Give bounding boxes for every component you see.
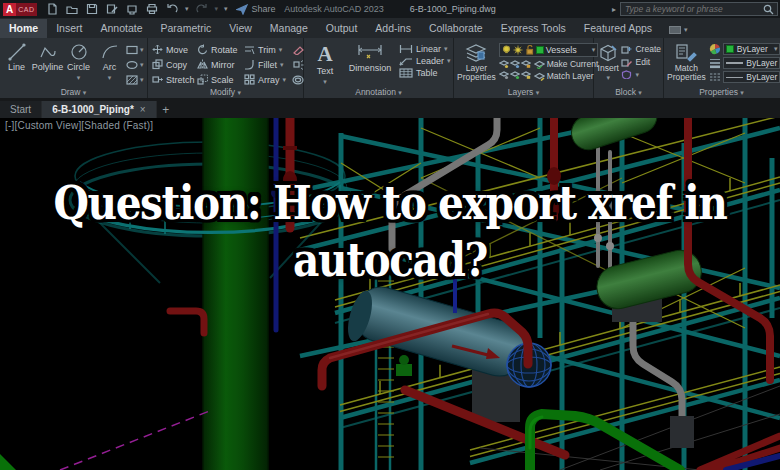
circle-dropdown-icon: ▾ — [77, 74, 81, 82]
drawing-viewport[interactable]: [-][Custom View][Shaded (Fast)] — [0, 118, 780, 470]
start-tab[interactable]: Start — [0, 101, 42, 118]
open-file-button[interactable] — [65, 2, 79, 16]
search-input[interactable] — [621, 4, 763, 14]
panel-annotation: A Text ▾ Dimension Linear▾ Leader▾ Table… — [304, 38, 454, 98]
linetype-row: ByLayer — [709, 71, 780, 83]
edit-block-button[interactable]: Edit — [621, 57, 661, 67]
layer-unlock-all-icon[interactable] — [510, 70, 520, 80]
explode-tool[interactable] — [292, 59, 304, 71]
match-properties-icon — [675, 43, 697, 63]
ribbon-display-toggle[interactable]: ▾ — [669, 26, 688, 38]
mirror-tool[interactable]: Mirror — [197, 57, 243, 72]
edit-block-icon — [621, 58, 632, 67]
modify-extra-tools — [292, 40, 304, 86]
layer-merge-icon[interactable] — [521, 70, 531, 80]
layer-lock-icon[interactable] — [521, 59, 531, 69]
offset-icon — [292, 75, 304, 85]
layer-properties-button[interactable]: Layer Properties — [457, 40, 496, 86]
undo-dropdown-icon[interactable]: ▾ — [185, 5, 189, 13]
close-tab-icon[interactable]: × — [140, 104, 146, 115]
tab-express-tools[interactable]: Express Tools — [492, 19, 575, 38]
block-attributes-button[interactable]: ▾ — [621, 70, 661, 79]
object-color-row: ByLayer▾ — [709, 43, 780, 55]
line-tool[interactable]: Line — [2, 40, 31, 86]
insert-block-icon — [598, 43, 618, 63]
match-layer-button[interactable]: Match Layer — [534, 71, 599, 81]
polyline-tool[interactable]: Polyline — [33, 40, 62, 86]
dimension-tool[interactable]: Dimension — [345, 40, 395, 86]
tab-manage[interactable]: Manage — [261, 19, 317, 38]
tab-view[interactable]: View — [220, 19, 261, 38]
text-tool[interactable]: A Text ▾ — [309, 40, 341, 86]
search-expand-icon[interactable]: ▸ — [612, 5, 616, 14]
redo-dropdown-icon[interactable]: ▾ — [215, 5, 219, 13]
trim-tool[interactable]: Trim▾ — [244, 42, 290, 57]
copy-tool[interactable]: Copy — [152, 57, 196, 72]
new-file-button[interactable] — [45, 2, 59, 16]
table-tool[interactable]: Table — [399, 68, 451, 78]
leader-tool[interactable]: Leader▾ — [399, 56, 451, 66]
hatch-tool[interactable]: ▾ — [126, 74, 144, 86]
search-icon[interactable] — [763, 4, 774, 15]
linear-tool[interactable]: Linear▾ — [399, 44, 451, 54]
product-name: Autodesk AutoCAD 2023 — [284, 4, 384, 14]
qat-customize-icon[interactable]: ▾ — [224, 5, 228, 13]
arc-tool[interactable]: Arc ▾ — [95, 40, 124, 86]
stretch-tool[interactable]: Stretch — [152, 72, 196, 87]
search-box[interactable] — [620, 2, 778, 16]
match-properties-button[interactable]: Match Properties — [667, 40, 706, 86]
tab-collaborate[interactable]: Collaborate — [420, 19, 492, 38]
drawing-tab[interactable]: 6-B-1000_Piping*× — [42, 101, 157, 118]
annotation-panel-title[interactable]: Annotation ▾ — [304, 87, 453, 98]
create-block-button[interactable]: Create — [621, 44, 661, 54]
fillet-tool[interactable]: Fillet▾ — [244, 57, 290, 72]
ellipse-icon — [126, 60, 138, 70]
properties-panel-title[interactable]: Properties ▾ — [664, 87, 779, 98]
stretch-icon — [152, 74, 163, 85]
tab-insert[interactable]: Insert — [47, 19, 91, 38]
block-panel-title[interactable]: Block ▾ — [594, 87, 663, 98]
layers-panel-title[interactable]: Layers ▾ — [454, 87, 593, 98]
plot-button[interactable] — [125, 2, 139, 16]
layer-freeze-icon[interactable] — [510, 59, 520, 69]
layer-iso-icon[interactable] — [499, 59, 509, 69]
layer-off-icon[interactable] — [499, 70, 509, 80]
tab-home[interactable]: Home — [0, 19, 47, 38]
rectangle-tool[interactable]: ▾ — [126, 44, 144, 56]
save-as-button[interactable] — [105, 2, 119, 16]
share-button[interactable]: Share — [236, 4, 276, 15]
lineweight-dropdown[interactable]: ByLayer — [723, 57, 780, 69]
tab-parametric[interactable]: Parametric — [152, 19, 221, 38]
array-tool[interactable]: Array▾ — [244, 72, 290, 87]
mirror-icon — [197, 59, 208, 70]
undo-button[interactable] — [165, 2, 179, 16]
circle-tool[interactable]: Circle ▾ — [64, 40, 93, 86]
viewport-controls[interactable]: [-][Custom View][Shaded (Fast)] — [5, 120, 153, 131]
ellipse-tool[interactable]: ▾ — [126, 59, 144, 71]
make-current-button[interactable]: Make Current — [534, 59, 599, 69]
offset-tool[interactable] — [292, 74, 304, 86]
annotation-list: Linear▾ Leader▾ Table — [399, 40, 451, 86]
insert-block-button[interactable]: Insert ▾ — [597, 40, 619, 86]
save-button[interactable] — [85, 2, 99, 16]
tab-annotate[interactable]: Annotate — [91, 19, 151, 38]
layer-dropdown[interactable]: Vessels ▾ — [499, 43, 599, 57]
erase-tool[interactable] — [292, 44, 304, 56]
rotate-tool[interactable]: Rotate — [197, 42, 243, 57]
modify-panel-title[interactable]: Modify ▾ — [148, 87, 303, 98]
tab-output[interactable]: Output — [317, 19, 367, 38]
color-dropdown[interactable]: ByLayer▾ — [723, 43, 780, 55]
move-tool[interactable]: Move — [152, 42, 196, 57]
print-button[interactable] — [145, 2, 159, 16]
tab-add-ins[interactable]: Add-ins — [366, 19, 420, 38]
new-drawing-tab-button[interactable]: + — [157, 101, 175, 118]
scale-tool[interactable]: Scale — [197, 72, 243, 87]
3d-piping-model — [0, 118, 780, 470]
dimension-icon — [357, 43, 383, 62]
autocad-logo-icon[interactable]: ACAD — [3, 2, 37, 16]
redo-button[interactable] — [195, 2, 209, 16]
linetype-dropdown[interactable]: ByLayer — [723, 71, 780, 83]
properties-controls: ByLayer▾ ByLayer ByLayer — [709, 40, 780, 86]
tab-featured-apps[interactable]: Featured Apps — [575, 19, 661, 38]
draw-panel-title[interactable]: Draw ▾ — [0, 87, 147, 98]
